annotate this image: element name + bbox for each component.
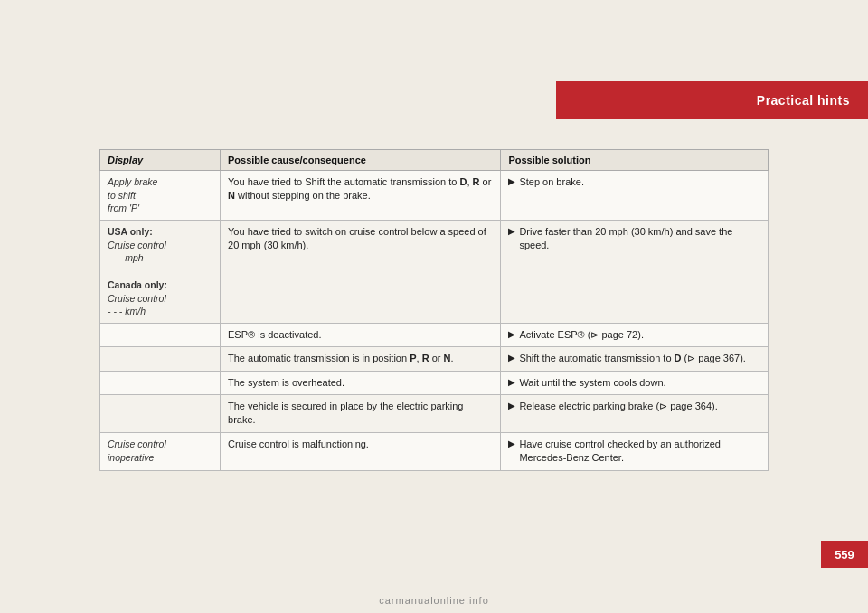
display-cell: [100, 395, 221, 433]
col-header-solution: Possible solution: [501, 150, 769, 171]
display-cell: USA only:Cruise control- - - mphCanada o…: [100, 221, 221, 324]
cause-cell: The vehicle is secured in place by the e…: [221, 395, 501, 433]
table-row: The automatic transmission is in positio…: [100, 347, 769, 371]
table-row: The vehicle is secured in place by the e…: [100, 395, 769, 433]
solution-cell: ▶Step on brake.: [501, 171, 769, 221]
display-cell: [100, 347, 221, 371]
cause-cell: ESP® is deactivated.: [221, 323, 501, 346]
table-row: Apply braketo shiftfrom 'P'You have trie…: [100, 171, 769, 221]
solution-cell: ▶Drive faster than 20 mph (30 km/h) and …: [501, 221, 769, 324]
display-cell: Cruise controlinoperative: [100, 432, 221, 470]
cause-cell: The automatic transmission is in positio…: [221, 347, 501, 371]
cause-cell: The system is overheated.: [221, 371, 501, 394]
cause-cell: You have tried to switch on cruise contr…: [221, 221, 501, 324]
table-row: USA only:Cruise control- - - mphCanada o…: [100, 221, 769, 324]
header-banner: Practical hints: [556, 81, 868, 119]
display-cell: Apply braketo shiftfrom 'P': [100, 171, 221, 221]
page-content: Practical hints Display Possible cause/c…: [0, 0, 868, 613]
cause-cell: You have tried to Shift the automatic tr…: [221, 171, 501, 221]
table-row: Cruise controlinoperativeCruise control …: [100, 432, 769, 470]
table-row: The system is overheated.▶Wait until the…: [100, 371, 769, 394]
solution-cell: ▶Wait until the system cools down.: [501, 371, 769, 394]
solution-cell: ▶Activate ESP® (⊳ page 72).: [501, 323, 769, 346]
watermark: carmanualonline.info: [379, 595, 489, 606]
header-title: Practical hints: [757, 93, 850, 108]
page-number-badge: 559: [821, 541, 868, 568]
display-cell: [100, 371, 221, 394]
solution-cell: ▶Have cruise control checked by an autho…: [501, 432, 769, 470]
main-table: Display Possible cause/consequence Possi…: [99, 149, 769, 471]
page-number: 559: [835, 548, 854, 561]
col-header-display: Display: [100, 150, 221, 171]
table-container: Display Possible cause/consequence Possi…: [99, 149, 769, 471]
display-cell: [100, 323, 221, 346]
solution-cell: ▶Shift the automatic transmission to D (…: [501, 347, 769, 371]
cause-cell: Cruise control is malfunctioning.: [221, 432, 501, 470]
table-row: ESP® is deactivated.▶Activate ESP® (⊳ pa…: [100, 323, 769, 346]
col-header-cause: Possible cause/consequence: [221, 150, 501, 171]
solution-cell: ▶Release electric parking brake (⊳ page …: [501, 395, 769, 433]
